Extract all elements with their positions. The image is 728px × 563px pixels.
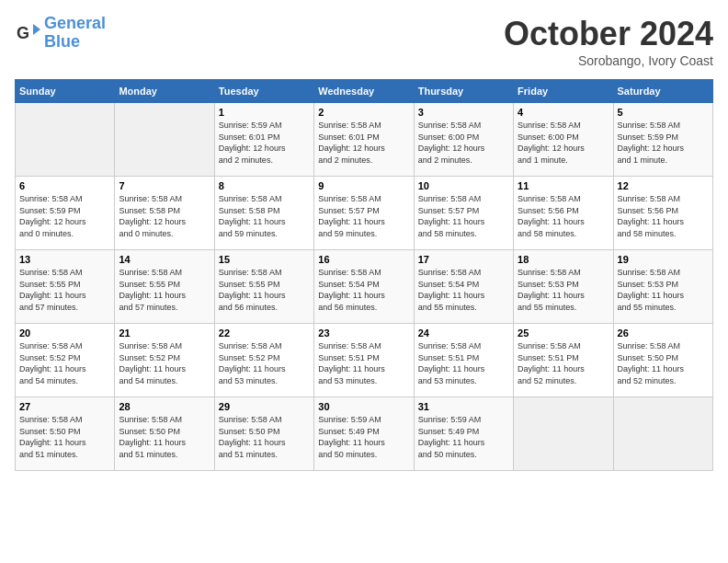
day-cell: 4Sunrise: 5:58 AM Sunset: 6:00 PM Daylig… <box>514 103 613 177</box>
day-info: Sunrise: 5:58 AM Sunset: 5:54 PM Dayligh… <box>318 267 409 313</box>
day-cell: 20Sunrise: 5:58 AM Sunset: 5:52 PM Dayli… <box>16 324 115 397</box>
day-info: Sunrise: 5:58 AM Sunset: 5:58 PM Dayligh… <box>219 193 310 239</box>
day-number: 8 <box>219 180 310 191</box>
day-cell: 12Sunrise: 5:58 AM Sunset: 5:56 PM Dayli… <box>613 177 712 250</box>
day-info: Sunrise: 5:58 AM Sunset: 5:53 PM Dayligh… <box>618 267 709 313</box>
day-number: 14 <box>119 254 210 265</box>
day-number: 16 <box>318 254 409 265</box>
day-info: Sunrise: 5:58 AM Sunset: 6:01 PM Dayligh… <box>318 120 409 166</box>
logo: G GeneralBlue <box>15 15 106 52</box>
day-info: Sunrise: 5:58 AM Sunset: 5:50 PM Dayligh… <box>618 340 709 386</box>
weekday-header-monday: Monday <box>115 80 214 103</box>
week-row-4: 20Sunrise: 5:58 AM Sunset: 5:52 PM Dayli… <box>16 324 713 397</box>
day-cell: 6Sunrise: 5:58 AM Sunset: 5:59 PM Daylig… <box>16 177 115 250</box>
day-number: 26 <box>618 327 709 339</box>
day-info: Sunrise: 5:58 AM Sunset: 5:59 PM Dayligh… <box>618 120 709 166</box>
day-info: Sunrise: 5:58 AM Sunset: 5:52 PM Dayligh… <box>119 340 210 386</box>
day-info: Sunrise: 5:58 AM Sunset: 5:55 PM Dayligh… <box>19 267 110 313</box>
day-info: Sunrise: 5:58 AM Sunset: 5:52 PM Dayligh… <box>19 340 110 386</box>
weekday-header-friday: Friday <box>514 80 613 103</box>
week-row-1: 1Sunrise: 5:59 AM Sunset: 6:01 PM Daylig… <box>16 103 713 177</box>
day-cell: 9Sunrise: 5:58 AM Sunset: 5:57 PM Daylig… <box>314 177 414 250</box>
day-number: 29 <box>219 401 310 412</box>
day-info: Sunrise: 5:58 AM Sunset: 6:00 PM Dayligh… <box>518 120 609 166</box>
weekday-header-thursday: Thursday <box>414 80 513 103</box>
day-number: 3 <box>418 107 509 118</box>
day-cell: 10Sunrise: 5:58 AM Sunset: 5:57 PM Dayli… <box>414 177 513 250</box>
day-number: 10 <box>418 180 509 191</box>
day-cell <box>514 397 613 471</box>
day-cell <box>115 103 214 177</box>
day-info: Sunrise: 5:58 AM Sunset: 5:56 PM Dayligh… <box>618 193 709 239</box>
day-number: 24 <box>418 327 509 339</box>
day-number: 15 <box>219 254 310 265</box>
day-cell: 17Sunrise: 5:58 AM Sunset: 5:54 PM Dayli… <box>414 250 513 324</box>
day-cell: 25Sunrise: 5:58 AM Sunset: 5:51 PM Dayli… <box>514 324 613 397</box>
day-cell: 11Sunrise: 5:58 AM Sunset: 5:56 PM Dayli… <box>514 177 613 250</box>
day-info: Sunrise: 5:59 AM Sunset: 5:49 PM Dayligh… <box>418 414 509 460</box>
day-number: 9 <box>318 180 409 191</box>
day-cell: 23Sunrise: 5:58 AM Sunset: 5:51 PM Dayli… <box>314 324 414 397</box>
day-cell <box>16 103 115 177</box>
day-info: Sunrise: 5:58 AM Sunset: 5:50 PM Dayligh… <box>219 414 310 460</box>
day-cell: 7Sunrise: 5:58 AM Sunset: 5:58 PM Daylig… <box>115 177 214 250</box>
calendar-body: 1Sunrise: 5:59 AM Sunset: 6:01 PM Daylig… <box>16 103 713 471</box>
day-number: 4 <box>518 107 609 118</box>
day-number: 1 <box>219 107 310 118</box>
day-info: Sunrise: 5:58 AM Sunset: 5:57 PM Dayligh… <box>418 193 509 239</box>
weekday-header-tuesday: Tuesday <box>214 80 313 103</box>
day-number: 6 <box>19 180 110 191</box>
day-cell: 22Sunrise: 5:58 AM Sunset: 5:52 PM Dayli… <box>214 324 313 397</box>
day-cell: 31Sunrise: 5:59 AM Sunset: 5:49 PM Dayli… <box>414 397 513 471</box>
day-number: 11 <box>518 180 609 191</box>
weekday-header-wednesday: Wednesday <box>314 80 414 103</box>
day-cell: 1Sunrise: 5:59 AM Sunset: 6:01 PM Daylig… <box>214 103 313 177</box>
logo-text: GeneralBlue <box>44 15 106 52</box>
day-cell: 18Sunrise: 5:58 AM Sunset: 5:53 PM Dayli… <box>514 250 613 324</box>
day-cell: 3Sunrise: 5:58 AM Sunset: 6:00 PM Daylig… <box>414 103 513 177</box>
day-number: 18 <box>518 254 609 265</box>
day-number: 22 <box>219 327 310 339</box>
day-cell: 5Sunrise: 5:58 AM Sunset: 5:59 PM Daylig… <box>613 103 712 177</box>
logo-icon: G <box>15 20 40 46</box>
day-cell: 28Sunrise: 5:58 AM Sunset: 5:50 PM Dayli… <box>115 397 214 471</box>
weekday-row: SundayMondayTuesdayWednesdayThursdayFrid… <box>16 80 713 103</box>
location-subtitle: Sorobango, Ivory Coast <box>504 53 713 68</box>
day-number: 30 <box>318 401 409 412</box>
day-cell: 8Sunrise: 5:58 AM Sunset: 5:58 PM Daylig… <box>214 177 313 250</box>
day-info: Sunrise: 5:58 AM Sunset: 6:00 PM Dayligh… <box>418 120 509 166</box>
day-info: Sunrise: 5:58 AM Sunset: 5:55 PM Dayligh… <box>119 267 210 313</box>
day-info: Sunrise: 5:58 AM Sunset: 5:51 PM Dayligh… <box>518 340 609 386</box>
day-cell: 26Sunrise: 5:58 AM Sunset: 5:50 PM Dayli… <box>613 324 712 397</box>
month-title: October 2024 <box>504 15 713 53</box>
week-row-2: 6Sunrise: 5:58 AM Sunset: 5:59 PM Daylig… <box>16 177 713 250</box>
day-number: 13 <box>19 254 110 265</box>
day-info: Sunrise: 5:59 AM Sunset: 5:49 PM Dayligh… <box>318 414 409 460</box>
day-info: Sunrise: 5:58 AM Sunset: 5:56 PM Dayligh… <box>518 193 609 239</box>
day-cell: 2Sunrise: 5:58 AM Sunset: 6:01 PM Daylig… <box>314 103 414 177</box>
day-number: 2 <box>318 107 409 118</box>
day-cell: 24Sunrise: 5:58 AM Sunset: 5:51 PM Dayli… <box>414 324 513 397</box>
day-info: Sunrise: 5:58 AM Sunset: 5:50 PM Dayligh… <box>119 414 210 460</box>
day-info: Sunrise: 5:58 AM Sunset: 5:52 PM Dayligh… <box>219 340 310 386</box>
day-number: 25 <box>518 327 609 339</box>
day-number: 12 <box>618 180 709 191</box>
day-info: Sunrise: 5:58 AM Sunset: 5:59 PM Dayligh… <box>19 193 110 239</box>
week-row-3: 13Sunrise: 5:58 AM Sunset: 5:55 PM Dayli… <box>16 250 713 324</box>
day-cell: 15Sunrise: 5:58 AM Sunset: 5:55 PM Dayli… <box>214 250 313 324</box>
day-number: 7 <box>119 180 210 191</box>
day-info: Sunrise: 5:58 AM Sunset: 5:53 PM Dayligh… <box>518 267 609 313</box>
svg-marker-1 <box>33 24 40 35</box>
day-info: Sunrise: 5:58 AM Sunset: 5:58 PM Dayligh… <box>119 193 210 239</box>
day-number: 27 <box>19 401 110 412</box>
weekday-header-sunday: Sunday <box>16 80 115 103</box>
day-number: 5 <box>618 107 709 118</box>
day-cell: 29Sunrise: 5:58 AM Sunset: 5:50 PM Dayli… <box>214 397 313 471</box>
day-cell: 21Sunrise: 5:58 AM Sunset: 5:52 PM Dayli… <box>115 324 214 397</box>
svg-text:G: G <box>17 24 29 42</box>
day-info: Sunrise: 5:58 AM Sunset: 5:54 PM Dayligh… <box>418 267 509 313</box>
day-number: 21 <box>119 327 210 339</box>
day-info: Sunrise: 5:58 AM Sunset: 5:55 PM Dayligh… <box>219 267 310 313</box>
day-info: Sunrise: 5:58 AM Sunset: 5:50 PM Dayligh… <box>19 414 110 460</box>
day-info: Sunrise: 5:59 AM Sunset: 6:01 PM Dayligh… <box>219 120 310 166</box>
